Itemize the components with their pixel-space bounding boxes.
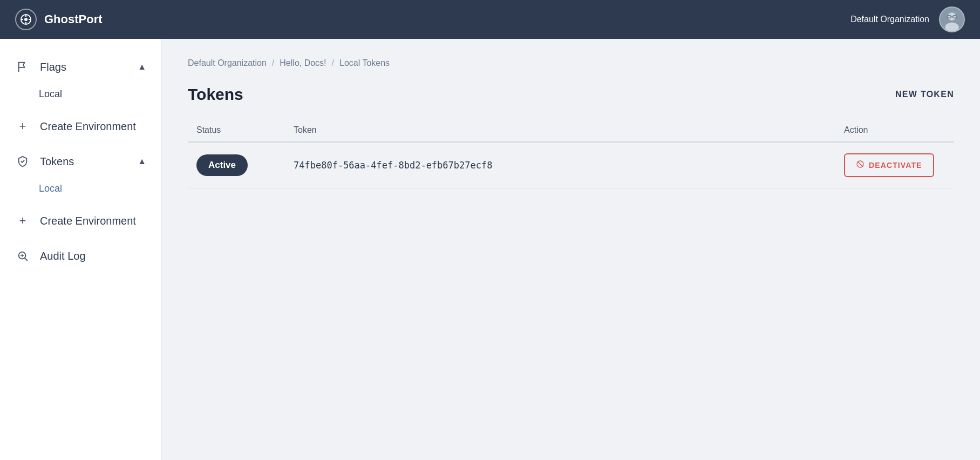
org-name-label: Default Organization: [850, 15, 929, 24]
breadcrumb-org[interactable]: Default Organization: [188, 58, 267, 68]
token-value-cell: 74fbe80f-56aa-4fef-8bd2-efb67b27ecf8: [285, 142, 835, 188]
sidebar-item-tokens-local[interactable]: Local: [0, 177, 161, 201]
flag-icon: [15, 59, 30, 75]
deactivate-label: DEACTIVATE: [869, 161, 922, 170]
tokens-section-header: Tokens NEW TOKEN: [188, 85, 954, 104]
shield-icon: [15, 154, 30, 169]
svg-line-13: [25, 258, 27, 260]
breadcrumb-sep-1: /: [272, 58, 274, 68]
tokens-table: Status Token Action Active 74fbe80f-56aa…: [188, 119, 954, 188]
audit-log-icon: [15, 248, 30, 263]
col-header-token: Token: [285, 119, 835, 142]
svg-point-8: [945, 23, 959, 32]
svg-line-17: [858, 161, 862, 166]
breadcrumb-sep-2: /: [332, 58, 334, 68]
header-right: Default Organization: [850, 6, 965, 32]
breadcrumb-current: Local Tokens: [339, 58, 390, 68]
new-token-button[interactable]: NEW TOKEN: [895, 90, 954, 99]
tokens-title: Tokens: [188, 85, 243, 104]
flags-chevron: ▲: [138, 62, 146, 72]
audit-log-label: Audit Log: [40, 250, 86, 262]
header-left: GhostPort: [15, 9, 103, 30]
table-row: Active 74fbe80f-56aa-4fef-8bd2-efb67b27e…: [188, 142, 954, 188]
deactivate-icon: [856, 160, 865, 171]
breadcrumb-project[interactable]: Hello, Docs!: [280, 58, 326, 68]
tokens-chevron: ▲: [138, 157, 146, 166]
token-value: 74fbe80f-56aa-4fef-8bd2-efb67b27ecf8: [294, 160, 492, 171]
main-content: Default Organization / Hello, Docs! / Lo…: [162, 39, 980, 460]
sidebar-item-create-env-2[interactable]: + Create Environment: [0, 206, 161, 236]
token-status-cell: Active: [188, 142, 285, 188]
plus-icon-1: +: [15, 119, 30, 134]
app-header: GhostPort Default Organization: [0, 0, 980, 39]
deactivate-button[interactable]: DEACTIVATE: [844, 153, 934, 177]
col-header-action: Action: [835, 119, 954, 142]
col-header-status: Status: [188, 119, 285, 142]
tokens-label: Tokens: [40, 155, 74, 168]
app-name: GhostPort: [44, 12, 103, 26]
create-env-2-label: Create Environment: [40, 215, 136, 227]
sidebar-item-flags-local[interactable]: Local: [0, 82, 161, 106]
flags-label: Flags: [40, 61, 66, 73]
sidebar-item-create-env-1[interactable]: + Create Environment: [0, 111, 161, 141]
plus-icon-2: +: [15, 213, 30, 228]
status-badge: Active: [196, 154, 248, 176]
create-env-1-label: Create Environment: [40, 120, 136, 133]
svg-point-1: [24, 18, 28, 21]
main-layout: Flags ▲ Local + Create Environment Token…: [0, 39, 980, 460]
sidebar-item-flags[interactable]: Flags ▲: [0, 52, 161, 82]
sidebar-item-audit-log[interactable]: Audit Log: [0, 241, 161, 271]
token-action-cell: DEACTIVATE: [835, 142, 954, 188]
sidebar: Flags ▲ Local + Create Environment Token…: [0, 39, 162, 460]
breadcrumb: Default Organization / Hello, Docs! / Lo…: [188, 58, 954, 68]
user-avatar[interactable]: [939, 6, 965, 32]
sidebar-item-tokens[interactable]: Tokens ▲: [0, 146, 161, 177]
app-logo-icon: [15, 9, 37, 30]
